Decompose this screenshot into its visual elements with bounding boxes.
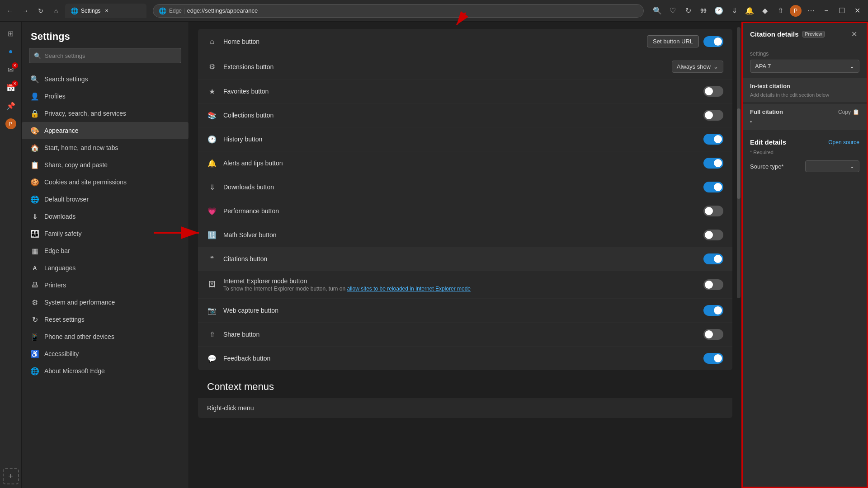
forward-button[interactable]: →: [19, 5, 32, 17]
home-btn-toggle[interactable]: [703, 36, 723, 47]
open-source-link[interactable]: Open source: [828, 139, 859, 145]
zoom-icon[interactable]: 🔍: [650, 4, 665, 18]
nav-item-search-settings[interactable]: 🔍 Search settings: [22, 70, 189, 88]
web-capture-btn-toggle[interactable]: [703, 305, 723, 316]
reload-button[interactable]: ↻: [34, 5, 47, 17]
copilot-icon[interactable]: ◆: [758, 4, 772, 18]
sidebar-new-tab-btn[interactable]: +: [3, 468, 19, 484]
nav-item-printers[interactable]: 🖶 Printers: [22, 277, 189, 294]
nav-item-appearance[interactable]: 🎨 Appearance: [22, 122, 189, 139]
notifications-icon[interactable]: 🔔: [742, 4, 757, 18]
citation-title-text: Citation details: [750, 30, 799, 38]
alerts-btn-toggle[interactable]: [703, 158, 723, 169]
settings-tab[interactable]: 🌐 Settings ✕: [65, 4, 146, 18]
tab-close-button[interactable]: ✕: [103, 7, 110, 14]
collections-btn-toggle[interactable]: [703, 110, 723, 121]
scrollbar-track: [737, 27, 741, 298]
alerts-btn-icon: 🔔: [207, 158, 217, 168]
edit-details-label: Edit details: [750, 138, 786, 146]
nav-item-languages[interactable]: A Languages: [22, 259, 189, 277]
address-bar[interactable]: 🌐 Edge | edge://settings/appearance: [153, 4, 644, 18]
citations-btn-toggle[interactable]: [703, 253, 723, 264]
address-edge-icon: 🌐: [159, 7, 166, 14]
settings-search[interactable]: 🔍 Search settings: [29, 48, 181, 63]
sidebar-tab-grid[interactable]: ⊞: [3, 25, 19, 42]
accessibility-icon: ♿: [31, 350, 39, 358]
nav-item-edge-bar[interactable]: ▦ Edge bar: [22, 242, 189, 259]
performance-btn-toggle[interactable]: [703, 206, 723, 216]
toolbar-settings-section: ⌂ Home button Set button URL ⚙ Extension…: [189, 22, 741, 370]
system-perf-icon: ⚙: [31, 298, 39, 306]
full-citation-content: •: [743, 116, 867, 130]
full-citation-header: Full citation Copy 📋: [743, 104, 867, 116]
favorites-toolbar-icon[interactable]: ♡: [665, 4, 680, 18]
nav-item-cookies[interactable]: 🍪 Cookies and site permissions: [22, 174, 189, 191]
ie-mode-link[interactable]: allow sites to be reloaded in Internet E…: [347, 286, 471, 292]
feedback-btn-toggle[interactable]: [703, 353, 723, 364]
home-button[interactable]: ⌂: [50, 5, 62, 17]
sidebar-tab-collections[interactable]: 📌: [3, 98, 19, 114]
set-url-button[interactable]: Set button URL: [647, 35, 699, 47]
nav-item-phone-devices[interactable]: 📱 Phone and other devices: [22, 328, 189, 345]
citation-close-button[interactable]: ✕: [849, 28, 859, 39]
share-toolbar-icon[interactable]: ⇧: [773, 4, 788, 18]
profile-icon-btn[interactable]: P: [788, 4, 803, 18]
history-btn-toggle[interactable]: [703, 134, 723, 145]
minimize-icon[interactable]: −: [819, 4, 834, 18]
extensions-dropdown[interactable]: Always show ⌄: [672, 61, 723, 73]
nav-item-share-copy[interactable]: 📋 Share, copy and paste: [22, 156, 189, 174]
edge-label: Edge: [169, 8, 182, 14]
back-button[interactable]: ←: [4, 5, 16, 17]
nav-label-accessibility: Accessibility: [44, 350, 79, 357]
favorites-btn-toggle[interactable]: [703, 86, 723, 97]
nav-item-family-safety[interactable]: 👪 Family safety: [22, 225, 189, 242]
extensions-dropdown-label: Always show: [677, 63, 711, 70]
citation-style-select[interactable]: APA 7 ⌄: [750, 60, 859, 73]
sidebar-tab-mail[interactable]: ✉ ✕: [3, 61, 19, 78]
nav-item-system-perf[interactable]: ⚙ System and performance: [22, 294, 189, 311]
badge-icon[interactable]: 99: [696, 4, 711, 18]
share-btn-toggle[interactable]: [703, 329, 723, 340]
source-type-label: Source type*: [750, 163, 783, 170]
maximize-icon[interactable]: ☐: [835, 4, 849, 18]
nav-label-about-edge: About Microsoft Edge: [44, 367, 105, 375]
history-toolbar-icon[interactable]: 🕐: [712, 4, 726, 18]
sidebar-tab-edge[interactable]: ●: [3, 43, 19, 60]
performance-button-row: 💗 Performance button: [198, 199, 732, 223]
context-menus-title: Context menus: [198, 370, 732, 398]
sidebar-tab-profile[interactable]: P: [3, 116, 19, 132]
sidebar-tab-calendar[interactable]: 📅 ✕: [3, 80, 19, 96]
math-solver-btn-toggle[interactable]: [703, 230, 723, 240]
scrollbar-thumb[interactable]: [737, 108, 741, 199]
favorites-button-row: ★ Favorites button: [198, 80, 732, 103]
nav-item-about-edge[interactable]: 🌐 About Microsoft Edge: [22, 362, 189, 380]
source-type-select[interactable]: ⌄: [805, 160, 859, 172]
right-click-menu-label: Right-click menu: [207, 404, 254, 412]
close-window-icon[interactable]: ✕: [850, 4, 864, 18]
nav-item-downloads[interactable]: ⇓ Downloads: [22, 208, 189, 225]
refresh-icon[interactable]: ↻: [681, 4, 695, 18]
ie-mode-button-row: 🖼 Internet Explorer mode button To show …: [198, 271, 732, 299]
nav-item-default-browser[interactable]: 🌐 Default browser: [22, 191, 189, 208]
downloads-icon: ⇓: [31, 212, 39, 221]
dropdown-chevron-icon: ⌄: [713, 63, 718, 70]
downloads-btn-toggle[interactable]: [703, 182, 723, 192]
downloads-toolbar-icon[interactable]: ⇓: [727, 4, 741, 18]
nav-item-accessibility[interactable]: ♿ Accessibility: [22, 345, 189, 362]
performance-btn-label: Performance button: [223, 207, 279, 215]
feedback-button-row: 💬 Feedback button: [198, 347, 732, 370]
nav-label-privacy: Privacy, search, and services: [44, 110, 126, 117]
default-browser-icon: 🌐: [31, 195, 39, 203]
more-menu-icon[interactable]: ⋯: [804, 4, 818, 18]
history-btn-icon: 🕐: [207, 134, 217, 144]
performance-btn-icon: 💗: [207, 206, 217, 216]
nav-item-profiles[interactable]: 👤 Profiles: [22, 88, 189, 105]
ie-mode-btn-toggle[interactable]: [703, 279, 723, 290]
nav-item-start-home[interactable]: 🏠 Start, home, and new tabs: [22, 139, 189, 156]
feedback-btn-icon: 💬: [207, 353, 217, 363]
nav-item-reset-settings[interactable]: ↻ Reset settings: [22, 311, 189, 328]
nav-item-privacy[interactable]: 🔒 Privacy, search, and services: [22, 105, 189, 122]
nav-label-start-home: Start, home, and new tabs: [44, 144, 118, 151]
copy-citation-button[interactable]: Copy 📋: [838, 109, 859, 115]
citations-btn-label: Citations button: [223, 255, 267, 263]
